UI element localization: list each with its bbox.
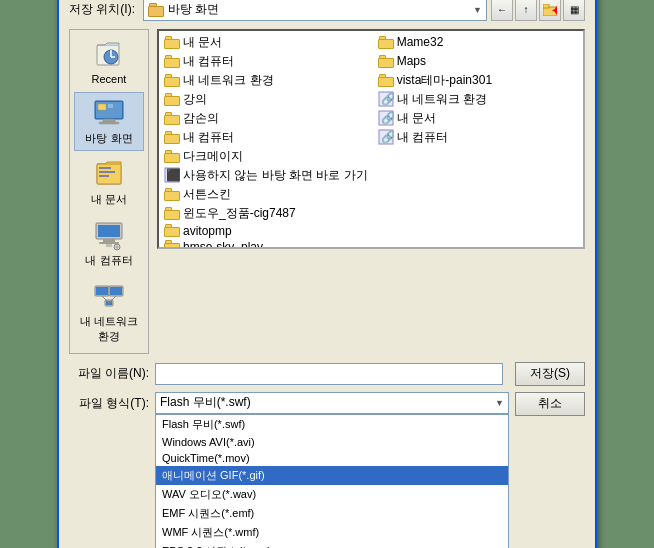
new-folder-button[interactable]: ✦ [539,0,561,21]
svg-text:✦: ✦ [551,4,557,16]
format-option-8[interactable]: EPS 3.0 시퀀스(*.eps) [156,542,508,549]
file-item[interactable]: bmse-sky_play [161,239,371,249]
location-folder-icon [148,3,164,17]
network-icon [93,280,125,312]
svg-rect-26 [96,287,108,295]
filename-row: 파일 이름(N): 저장(S) [69,362,585,386]
nav-desktop-label: 바탕 화면 [85,131,132,146]
file-item[interactable]: 다크메이지 [161,147,371,166]
svg-text:⬛: ⬛ [166,167,180,182]
filename-label: 파일 이름(N): [69,365,149,382]
format-option-5[interactable]: WAV 오디오(*.wav) [156,485,508,504]
file-item[interactable]: 내 컴퓨터 [161,128,371,147]
file-item[interactable]: 🔗 내 문서 [375,109,581,128]
file-item[interactable] [375,223,581,239]
nav-item-mycomp[interactable]: 내 컴퓨터 [74,214,144,273]
svg-rect-20 [103,239,115,242]
svg-text:🔗: 🔗 [381,91,394,106]
shortcut-icon: 🔗 [378,110,394,126]
main-dialog: 🎬 무비 내보내기 ? ✕ 저장 위치(I): 바탕 화면 ▼ [57,0,597,548]
location-text: 바탕 화면 [168,1,219,18]
format-option-6[interactable]: EMF 시퀀스(*.emf) [156,504,508,523]
svg-rect-9 [103,119,115,122]
folder-icon [164,207,180,220]
location-arrow: ▼ [473,5,482,15]
svg-point-24 [116,245,119,248]
folder-icon [164,188,180,201]
folder-icon [164,224,180,237]
file-item[interactable]: 내 네트워크 환경 [161,71,371,90]
format-label: 파일 형식(T): [69,392,149,412]
file-item[interactable] [375,147,581,166]
left-panel: Recent 바탕 화면 [69,29,149,354]
recent-icon [93,39,125,71]
format-combo[interactable]: Flash 무비(*.swf) ▼ [155,392,509,414]
folder-icon [164,131,180,144]
format-dropdown-list[interactable]: Flash 무비(*.swf) Windows AVI(*.avi) Quick… [155,414,509,549]
folder-icon [164,240,180,249]
up-button[interactable]: ↑ [515,0,537,21]
nav-item-network[interactable]: 내 네트워크 환경 [74,275,144,349]
desktop-icon [93,97,125,129]
file-item[interactable] [375,239,581,249]
file-item[interactable]: 🔗 내 네트워크 환경 [375,90,581,109]
file-item[interactable]: vista테마-pain301 [375,71,581,90]
file-item[interactable] [375,166,581,185]
format-dropdown-wrapper: Flash 무비(*.swf) ▼ Flash 무비(*.swf) Window… [155,392,509,549]
svg-rect-11 [98,104,106,110]
svg-rect-17 [99,175,109,177]
format-option-4[interactable]: 애니메이션 GIF(*.gif) [156,466,508,485]
file-panel[interactable]: 내 문서 Mame32 내 컴퓨터 Maps [157,29,585,249]
nav-mydoc-label: 내 문서 [91,192,127,207]
svg-text:🔗: 🔗 [381,129,394,144]
location-dropdown[interactable]: 바탕 화면 ▼ [143,0,487,21]
file-item[interactable]: avitopmp [161,223,371,239]
nav-mycomp-label: 내 컴퓨터 [85,253,132,268]
svg-rect-1 [543,4,549,8]
back-button[interactable]: ← [491,0,513,21]
file-item[interactable]: Mame32 [375,33,581,52]
file-item[interactable]: ⬛ 사용하지 않는 바탕 화면 바로 가기 [161,166,371,185]
format-option-3[interactable]: QuickTime(*.mov) [156,450,508,466]
location-left: 바탕 화면 [148,1,219,18]
save-button[interactable]: 저장(S) [515,362,585,386]
svg-rect-12 [108,104,113,108]
format-option-2[interactable]: Windows AVI(*.avi) [156,434,508,450]
folder-icon [164,36,180,49]
cancel-button[interactable]: 취소 [515,392,585,416]
shortcut-icon: 🔗 [378,129,394,145]
format-arrow: ▼ [495,398,504,408]
nav-network-label: 내 네트워크 환경 [77,314,141,344]
format-option-1[interactable]: Flash 무비(*.swf) [156,415,508,434]
file-item[interactable]: 윈도우_정품-cig7487 [161,204,371,223]
file-item[interactable]: 서튼스킨 [161,185,371,204]
format-selected: Flash 무비(*.swf) [160,394,251,411]
file-item[interactable] [375,185,581,204]
nav-item-recent[interactable]: Recent [74,34,144,90]
svg-rect-10 [99,122,119,124]
file-item[interactable]: 내 문서 [161,33,371,52]
main-area: Recent 바탕 화면 [69,29,585,354]
mycomp-icon [93,219,125,251]
nav-item-mydoc[interactable]: 내 문서 [74,153,144,212]
svg-rect-22 [106,244,112,247]
file-list: 내 문서 Mame32 내 컴퓨터 Maps [161,33,581,249]
format-right-buttons: 취소 [515,392,585,416]
file-item[interactable]: 감손의 [161,109,371,128]
toolbar-buttons: ← ↑ ✦ ▦ [491,0,585,21]
file-item[interactable]: 내 컴퓨터 [161,52,371,71]
folder-icon [164,55,180,68]
format-option-7[interactable]: WMF 시퀀스(*.wmf) [156,523,508,542]
folder-icon [164,112,180,125]
svg-rect-15 [99,167,111,169]
filename-input[interactable] [155,363,503,385]
file-item[interactable]: Maps [375,52,581,71]
nav-item-desktop[interactable]: 바탕 화면 [74,92,144,151]
svg-rect-16 [99,171,115,173]
file-item[interactable]: 🔗 내 컴퓨터 [375,128,581,147]
file-item[interactable] [375,204,581,223]
view-button[interactable]: ▦ [563,0,585,21]
svg-rect-28 [110,287,122,295]
svg-rect-19 [98,225,120,237]
file-item[interactable]: 강의 [161,90,371,109]
